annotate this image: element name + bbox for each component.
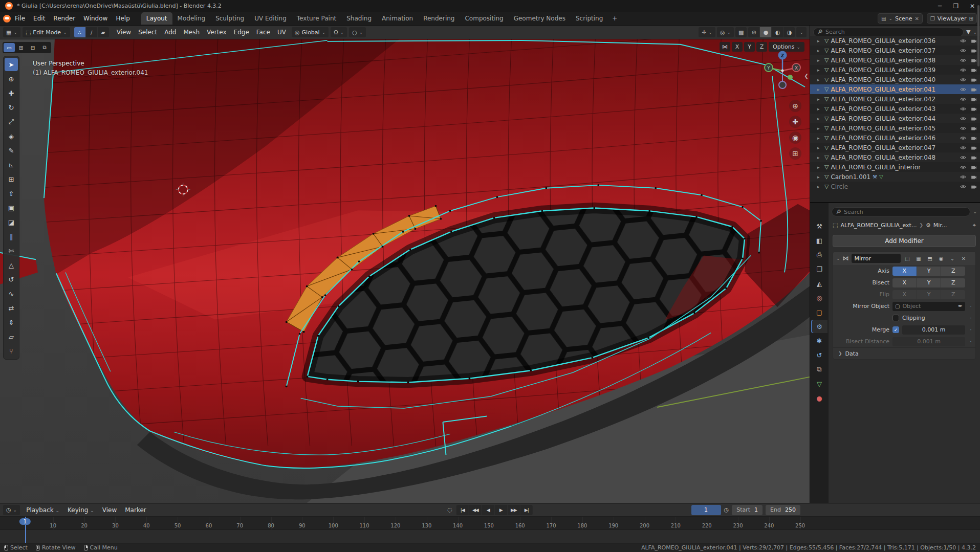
tool-extrude-region[interactable]: ⇧ bbox=[5, 187, 18, 200]
properties-tab-render[interactable]: ◧ bbox=[811, 234, 827, 247]
expand-caret-icon[interactable]: ▸ bbox=[817, 87, 822, 92]
select-extend-icon[interactable]: ⊞ bbox=[15, 43, 27, 52]
expand-caret-icon[interactable]: ▸ bbox=[817, 126, 822, 131]
expand-icon[interactable]: ⌄ bbox=[836, 256, 840, 261]
expand-caret-icon[interactable]: ▸ bbox=[817, 38, 822, 43]
outliner-item[interactable]: ▸ ▽ ALFA_ROMEO_GIULIA_exterior.042 bbox=[810, 94, 980, 104]
workspace-tab-texture-paint[interactable]: Texture Paint bbox=[292, 12, 341, 25]
maximize-button[interactable]: ❐ bbox=[953, 3, 959, 10]
expand-caret-icon[interactable]: ▸ bbox=[817, 48, 822, 53]
modifier-name-field[interactable]: Mirror bbox=[852, 254, 901, 263]
workspace-tab-layout[interactable]: Layout bbox=[141, 12, 172, 25]
timeline-menu-keying[interactable]: Keying ⌄ bbox=[63, 505, 98, 515]
outliner-search[interactable]: 🔎︎ bbox=[813, 28, 964, 37]
viewport-menu-vertex[interactable]: Vertex bbox=[203, 27, 230, 37]
outliner-item[interactable]: ▸ ▽ ALFA_ROMEO_GIULIA_exterior.041 bbox=[810, 84, 980, 94]
expand-caret-icon[interactable]: ▸ bbox=[817, 155, 822, 160]
viewport-menu-face[interactable]: Face bbox=[253, 27, 274, 37]
merge-threshold-field[interactable]: 0.001 m bbox=[902, 325, 965, 335]
outliner-item[interactable]: ▸ ▽ ALFA_ROMEO_GIULIA_exterior.039 bbox=[810, 65, 980, 75]
show-gizmo-dropdown[interactable]: ✛⌄ bbox=[699, 27, 715, 37]
properties-tab-modifiers[interactable]: ⚙ bbox=[811, 320, 827, 333]
disable-in-renders-icon[interactable] bbox=[969, 163, 978, 171]
properties-tab-constraints[interactable]: ⧉ bbox=[811, 363, 827, 376]
play-button[interactable]: ▶ bbox=[495, 505, 507, 515]
bisect-y-button[interactable]: Y bbox=[917, 278, 941, 288]
add-modifier-button[interactable]: Add Modifier bbox=[833, 235, 976, 247]
current-frame-field[interactable]: 1 bbox=[691, 505, 721, 515]
new-viewlayer-icon[interactable]: ⊞ bbox=[969, 16, 973, 21]
properties-tab-material[interactable]: ● bbox=[811, 391, 827, 405]
jump-to-end-button[interactable]: ▶| bbox=[520, 505, 533, 515]
expand-caret-icon[interactable]: ▸ bbox=[817, 165, 822, 170]
properties-tab-particles[interactable]: ✱ bbox=[811, 334, 827, 347]
scene-selector[interactable]: ▤ ⌄ Scene ✕ bbox=[878, 13, 923, 24]
bisect-z-button[interactable]: Z bbox=[941, 278, 965, 288]
outliner-scrollbar[interactable] bbox=[977, 26, 979, 67]
tool-select-box[interactable]: ➤ bbox=[5, 58, 18, 71]
shading-dropdown[interactable]: ⌄ bbox=[796, 27, 807, 37]
breadcrumb-modifier[interactable]: Mir... bbox=[933, 222, 947, 229]
jump-to-keyframe-next-button[interactable]: ▶▶ bbox=[508, 505, 520, 515]
hide-in-viewport-icon[interactable] bbox=[959, 56, 967, 64]
outliner-item[interactable]: ▸ ▽ ALFA_ROMEO_GIULIA_interior bbox=[810, 162, 980, 172]
mirror-axis-x-toggle[interactable]: X bbox=[732, 42, 743, 52]
flip-y-button[interactable]: Y bbox=[917, 290, 941, 299]
tool-scale[interactable]: ⤢ bbox=[5, 115, 18, 128]
workspace-tab-shading[interactable]: Shading bbox=[341, 12, 377, 25]
outliner-item[interactable]: ▸ ▽ ALFA_ROMEO_GIULIA_exterior.037 bbox=[810, 46, 980, 55]
disable-in-renders-icon[interactable] bbox=[969, 173, 978, 181]
timeline-menu-view[interactable]: View bbox=[98, 505, 121, 515]
proportional-editing-dropdown[interactable]: ○⌄ bbox=[349, 27, 366, 37]
properties-search[interactable]: 🔎︎ bbox=[832, 207, 970, 216]
select-difference-icon[interactable]: ⧉ bbox=[39, 43, 50, 52]
expand-caret-icon[interactable]: ▸ bbox=[817, 97, 822, 102]
tool-cursor[interactable]: ⊕ bbox=[5, 72, 18, 85]
disable-in-renders-icon[interactable] bbox=[969, 153, 978, 161]
camera-view-icon[interactable]: ◉ bbox=[789, 131, 801, 144]
eyedropper-icon[interactable]: ✒ bbox=[958, 303, 963, 310]
menu-edit[interactable]: Edit bbox=[29, 13, 49, 24]
workspace-tab-scripting[interactable]: Scripting bbox=[571, 12, 608, 25]
hide-in-viewport-icon[interactable] bbox=[959, 85, 967, 93]
shading-rendered-button[interactable]: ◑ bbox=[783, 27, 795, 37]
properties-tab-view-layer[interactable]: ❐ bbox=[811, 262, 827, 276]
clipping-checkbox[interactable] bbox=[892, 315, 899, 321]
hide-in-viewport-icon[interactable] bbox=[959, 105, 967, 113]
expand-caret-icon[interactable]: ▸ bbox=[817, 136, 822, 141]
select-new-icon[interactable]: ▭ bbox=[4, 43, 15, 52]
navigation-gizmo[interactable]: Z X Y bbox=[760, 49, 804, 93]
disable-in-renders-icon[interactable] bbox=[969, 124, 978, 132]
properties-tab-output[interactable]: ⎙ bbox=[811, 248, 827, 261]
menu-window[interactable]: Window bbox=[79, 13, 112, 24]
overlays-dropdown[interactable]: ◎⌄ bbox=[717, 27, 734, 37]
xray-toggle[interactable]: ▩ bbox=[735, 27, 747, 37]
minimize-button[interactable]: ─ bbox=[938, 3, 942, 10]
tool-annotate[interactable]: ✎ bbox=[5, 144, 18, 157]
bisect-x-button[interactable]: X bbox=[892, 278, 917, 288]
zoom-icon[interactable]: ⊕ bbox=[789, 100, 801, 112]
tool-knife[interactable]: ✄ bbox=[5, 244, 18, 257]
tool-rip-region[interactable]: ⑂ bbox=[5, 344, 18, 358]
render-toggle-icon[interactable]: ◉ bbox=[937, 256, 946, 261]
outliner-item[interactable]: ▸ ▽ ALFA_ROMEO_GIULIA_exterior.036 bbox=[810, 36, 980, 46]
tool-spin[interactable]: ↺ bbox=[5, 273, 18, 286]
close-modifier-icon[interactable]: ✕ bbox=[960, 256, 968, 261]
timeline-menu-marker[interactable]: Marker bbox=[121, 505, 150, 515]
outliner-item[interactable]: ▸ ▽ ALFA_ROMEO_GIULIA_exterior.044 bbox=[810, 114, 980, 123]
expand-caret-icon[interactable]: ▸ bbox=[817, 116, 822, 121]
sidebar-toggle-arrow[interactable]: ❮ bbox=[804, 73, 809, 79]
disable-in-renders-icon[interactable] bbox=[969, 37, 978, 45]
properties-tab-data[interactable]: ▽ bbox=[811, 377, 827, 390]
hide-in-viewport-icon[interactable] bbox=[959, 153, 967, 161]
edit-mode-toggle-icon[interactable]: ▦ bbox=[914, 256, 923, 261]
properties-tab-object[interactable]: ▢ bbox=[811, 305, 827, 319]
disable-in-renders-icon[interactable] bbox=[969, 47, 978, 54]
vertex-select-mode-button[interactable]: ∴ bbox=[74, 27, 85, 37]
viewport-menu-uv[interactable]: UV bbox=[274, 27, 290, 37]
disable-in-renders-icon[interactable] bbox=[969, 115, 978, 122]
unlink-scene-icon[interactable]: ✕ bbox=[914, 16, 919, 21]
auto-keyframe-icon[interactable]: ◌ bbox=[447, 506, 452, 513]
current-frame-badge[interactable]: 1 bbox=[19, 518, 31, 525]
outliner-item[interactable]: ▸ ▽ ALFA_ROMEO_GIULIA_exterior.047 bbox=[810, 143, 980, 152]
